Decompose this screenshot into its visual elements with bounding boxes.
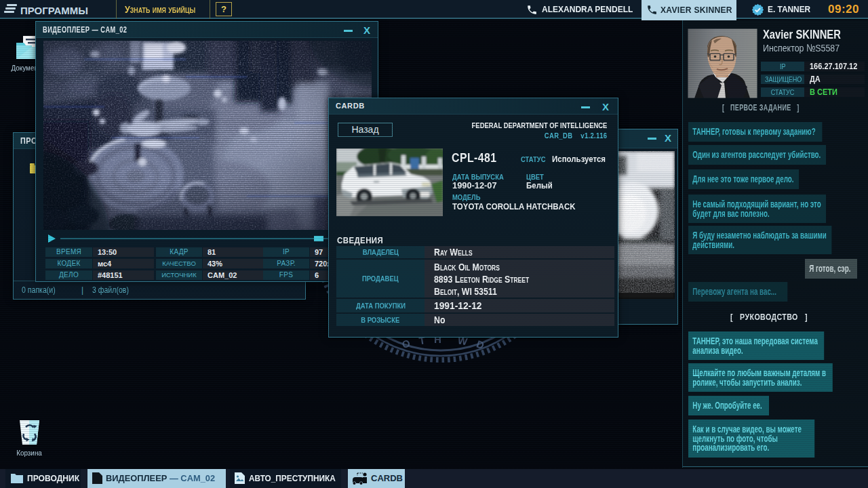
svg-text:D: D — [475, 338, 486, 352]
svg-text:O: O — [400, 337, 412, 350]
